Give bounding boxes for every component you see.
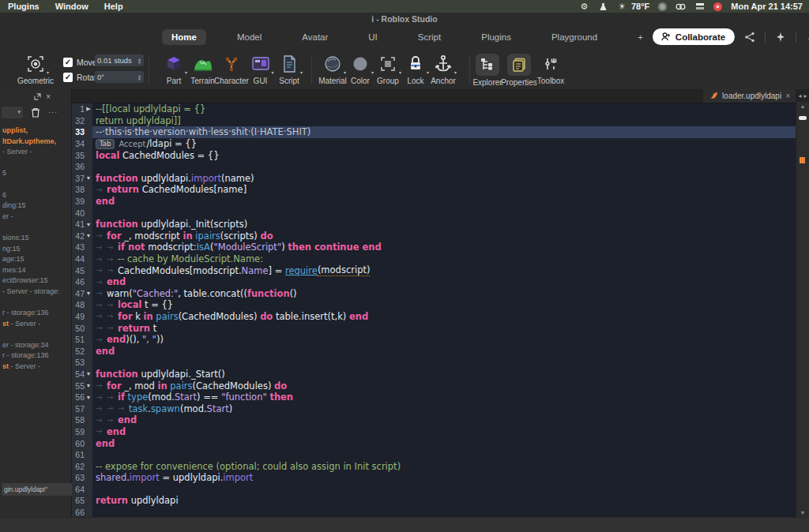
rotate-snap-stepper[interactable]: 0° ▲▼ (95, 71, 144, 83)
fold-open-icon[interactable]: ▼ (85, 383, 92, 388)
code-line[interactable]: →end (92, 276, 796, 288)
code-line[interactable]: →→CachedModules[modscript.Name] = requir… (92, 264, 796, 276)
code-line[interactable]: →end)(), ", ")) (92, 334, 796, 346)
code-line[interactable] (92, 161, 796, 173)
tab-plugins[interactable]: Plugins (472, 29, 521, 45)
menubar-item-window[interactable]: Window (47, 2, 96, 11)
code-line[interactable]: →→local t = {} (92, 299, 796, 311)
fold-open-icon[interactable]: ▼ (85, 371, 92, 377)
code-line[interactable] (92, 484, 796, 496)
sun-icon[interactable]: ☀ (617, 2, 627, 12)
code-line[interactable]: →→for k in pairs(CachedModules) do table… (92, 311, 796, 323)
close-tab-icon[interactable]: × (785, 92, 790, 100)
move-checkbox[interactable]: ✓ (63, 58, 73, 67)
popout-icon[interactable] (34, 93, 41, 100)
menubar-clock[interactable]: Mon Apr 21 14:57 (731, 2, 803, 11)
code-line[interactable]: →for _, modscript in ipairs(scripts) do (92, 230, 796, 242)
assistant-sparkle-icon[interactable] (773, 30, 788, 44)
fold-open-icon[interactable]: ▼ (85, 175, 92, 181)
close-panel-icon[interactable]: × (46, 92, 51, 101)
code-line[interactable]: →→-- cache by ModuleScript.Name: (92, 253, 796, 265)
gutter-line: 38 (72, 184, 92, 196)
code-line[interactable]: shared.import = updlyldapi.import (92, 472, 796, 484)
code-line[interactable]: function updlyldapi.import(name) (92, 173, 796, 185)
fold-closed-icon[interactable]: ▶ (85, 106, 92, 112)
insert-script-button[interactable]: ▾Script (267, 54, 311, 85)
code-line[interactable]: →→if not modscript:IsA("ModuleScript") t… (92, 242, 796, 253)
code-line[interactable] (92, 449, 796, 461)
tab-add[interactable]: + (628, 29, 653, 45)
code-line[interactable]: →for _, mod in pairs(CachedModules) do (92, 380, 796, 392)
code-lines[interactable]: --[[local updlyldapi = {}return updlylda… (92, 103, 796, 517)
code-line[interactable]: →warn("Cached:", table.concat((function(… (92, 288, 796, 300)
record-icon[interactable] (658, 2, 667, 11)
tab-playground[interactable]: Playground (542, 29, 607, 45)
code-line[interactable] (92, 357, 796, 369)
cast-icon[interactable] (694, 2, 705, 12)
code-line[interactable]: function updlyldapi._Init(scripts) (92, 219, 796, 230)
code-line[interactable]: TabAccept/ldapi = {} (92, 138, 796, 150)
fold-open-icon[interactable]: ▼ (85, 290, 92, 296)
chevron-right-icon[interactable]: ▸ (804, 92, 807, 99)
fold-open-icon[interactable]: ▼ (85, 233, 92, 238)
code-line[interactable]: →→end (92, 414, 796, 426)
share-icon[interactable] (743, 30, 757, 44)
code-line[interactable] (92, 207, 796, 219)
edit-anchor-button[interactable]: ▾Anchor (421, 54, 465, 85)
rotate-checkbox[interactable]: ✓ (63, 73, 73, 82)
gutter-line: 46 (72, 276, 92, 288)
trash-icon[interactable] (30, 107, 41, 118)
code-line[interactable]: return updlyldapi (92, 495, 796, 507)
tab-avatar[interactable]: Avatar (292, 29, 337, 45)
code-line[interactable]: --·this·is·the·version·with·less·shit·(I… (92, 126, 796, 138)
filter-dropdown[interactable]: ▾ (2, 107, 23, 118)
tab-scroll-arrows[interactable]: ◂ ▸ (796, 89, 809, 102)
code-line[interactable]: --[[local updlyldapi = {} (92, 103, 796, 115)
code-line[interactable]: →return CachedModules[name] (92, 184, 796, 196)
fold-open-icon[interactable]: ▼ (85, 395, 92, 400)
menubar-item-help[interactable]: Help (96, 2, 131, 11)
pink-dot-icon[interactable] (713, 2, 722, 11)
code-line[interactable]: end (92, 437, 796, 449)
fold-open-icon[interactable]: ▼ (85, 222, 92, 227)
collaborate-button[interactable]: Collaborate (653, 28, 735, 45)
flask-icon[interactable] (598, 2, 608, 12)
more-options-icon[interactable]: ··· (48, 108, 58, 116)
tab-model[interactable]: Model (228, 29, 271, 45)
code-line[interactable]: return updlyldapi]] (92, 115, 796, 127)
move-snap-stepper[interactable]: 0.01 studs ▲▼ (95, 54, 144, 66)
code-line[interactable]: →→→task.spawn(mod.Start) (92, 403, 796, 414)
tab-ui[interactable]: UI (359, 29, 387, 45)
tab-home[interactable]: Home (162, 29, 206, 45)
code-line[interactable]: →end (92, 426, 796, 438)
temperature: 78°F (631, 2, 649, 11)
bell-icon[interactable] (804, 30, 809, 44)
scrollbar-thumb[interactable] (799, 116, 807, 120)
code-line[interactable]: local CachedModules = {} (92, 149, 796, 161)
side-panel-input[interactable]: gin.updlyldapi" (1, 482, 73, 496)
code-line[interactable]: end (92, 345, 796, 357)
code-line[interactable]: end (92, 196, 796, 208)
link-icon[interactable] (675, 2, 686, 12)
gear-icon[interactable]: ⚙ (579, 2, 589, 12)
code-line[interactable]: →→if type(mod.Start) == "function" then (92, 392, 796, 403)
stepper-arrows-icon[interactable]: ▲▼ (137, 74, 141, 81)
chevron-left-icon[interactable]: ◂ (798, 92, 801, 99)
code-line[interactable]: -- expose for convenience (optional; cou… (92, 460, 796, 472)
stepper-arrows-icon[interactable]: ▲▼ (137, 58, 141, 64)
scroll-up-icon[interactable]: ▲ (796, 103, 809, 109)
code-line[interactable]: →→return t (92, 322, 796, 334)
line-number: 51 (72, 335, 85, 344)
scroll-down-icon[interactable]: ▼ (796, 510, 809, 515)
editor-scrollbar[interactable]: ◂ ▸ ▲ ▼ (796, 89, 809, 517)
scrollbar-warning-marker[interactable] (800, 157, 805, 163)
view-toolbox-button[interactable]: Toolbox (529, 54, 573, 85)
menubar-item-plugins[interactable]: Plugins (0, 2, 47, 11)
geometric-tool-button[interactable]: ▾ Geometric (13, 54, 58, 85)
gutter-line: 54▼ (72, 369, 92, 380)
tab-script[interactable]: Script (408, 29, 450, 45)
code-area[interactable]: 1▶323334353637▼38394041▼42▼4344454647▼48… (72, 103, 796, 517)
code-line[interactable]: function updlyldapi._Start() (92, 369, 796, 380)
tab-accept-pill[interactable]: Tab (96, 139, 115, 149)
editor-tab-loader[interactable]: loader.updlyldapi × (703, 89, 796, 103)
